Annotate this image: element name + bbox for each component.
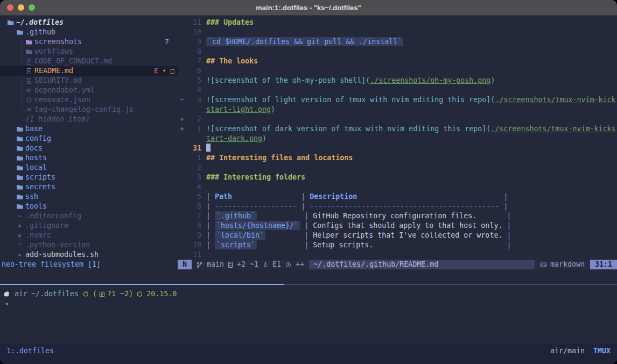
tree-item-nvmrc[interactable]: ◉ .nvmrc (0, 231, 178, 240)
editor-line[interactable]: 4 (178, 85, 617, 95)
inline-code: `cd $HOME/.dotfiles && git pull && ./ins… (206, 37, 403, 46)
table-row-line[interactable]: 10| `scripts` | Setup scripts. | (178, 240, 617, 250)
tmux-badge: TMUX (593, 346, 611, 356)
tree-item-tools[interactable]: tools (0, 202, 178, 211)
tree-item-gitignore[interactable]: ◆ .gitignore (0, 221, 178, 231)
tree-item-docs[interactable]: docs (0, 144, 178, 153)
git-status-group: ( ?1 ~2) (93, 289, 133, 299)
tree-item-config[interactable]: config (0, 134, 178, 144)
tmux-right: air/main TMUX (550, 346, 611, 356)
markdown-link: ./screenshots/tmux-nvim-kick (495, 96, 615, 104)
tree-item-readme-selected[interactable]: README.md E • □ (0, 66, 178, 76)
tree-item-screenshots[interactable]: screenshots ? (0, 37, 178, 47)
diamond-icon: ◆ (16, 221, 23, 231)
minimize-button[interactable] (18, 4, 24, 11)
tree-item-python-version[interactable]: * .python-version (0, 240, 178, 250)
editor-cursor-line[interactable]: 31 (178, 144, 617, 153)
tree-item-security[interactable]: SECURITY.md (0, 76, 178, 85)
mode-indicator: N (178, 260, 192, 269)
shell-prompt-line[interactable]: air ~/.dotfiles ( ?1 ~2) (4, 289, 177, 299)
tree-item-hosts[interactable]: hosts (0, 153, 178, 163)
tree-item-base[interactable]: base (0, 124, 178, 134)
diagnostic-errors: E1 (272, 260, 281, 269)
tree-item-secrets[interactable]: secrets (0, 182, 178, 192)
tree-item-ssh[interactable]: ssh (0, 192, 178, 202)
editor-line[interactable]: 3### Interesting folders (178, 173, 617, 182)
folder-icon (16, 156, 23, 161)
folder-icon (16, 175, 23, 180)
prompt-arrow[interactable]: → (4, 299, 9, 309)
diff-changed: ~1 (250, 260, 258, 269)
table-row-line[interactable]: 7| `.github` | GitHub Repository configu… (178, 211, 617, 221)
table-separator-line[interactable]: 6| ------------------- | ---------------… (178, 202, 617, 211)
editor-line[interactable]: ~3![screenshot of light version of tmux … (178, 95, 617, 105)
js-icon: JS (25, 105, 32, 115)
editor-line[interactable]: 8 (178, 47, 617, 56)
tree-item-tag-changelog[interactable]: JS tag-changelog-config.js (0, 105, 178, 115)
editor-line[interactable]: 5![screenshot of the oh-my-posh shell](.… (178, 76, 617, 85)
folder-open-icon (7, 20, 14, 25)
zoom-button[interactable] (29, 4, 35, 11)
hunk-indicator: ++ (296, 260, 304, 269)
node-icon: ◉ (16, 231, 23, 240)
active-pane-border (0, 284, 284, 285)
untracked-badge: ? (165, 37, 178, 47)
table-row-line[interactable]: 8| `hosts/{hostname}/` | Configs that sh… (178, 221, 617, 231)
editor-line[interactable]: 4 (178, 182, 617, 192)
table-header-line[interactable]: 5| Path | Description | (178, 192, 617, 202)
editor-line[interactable]: 1## Interesting files and locations (178, 153, 617, 163)
terminal-window: main:1:.dotfiles - "ks~/.dotfiles" ~/.do… (0, 0, 617, 364)
tree-item-add-submodules[interactable]: ▪ add-submodules.sh (0, 250, 178, 260)
tmux-window-name[interactable]: 1:.dotfiles (6, 346, 54, 356)
tree-item-dependabot[interactable]: dependabot.yml (0, 85, 178, 95)
editor-line[interactable]: 11### Updates (178, 18, 617, 27)
editor-line[interactable]: 10 (178, 27, 617, 37)
shell-cwd: ~/.dotfiles (31, 289, 79, 299)
git-counts: ?1 ~2) (107, 289, 133, 299)
git-fetch-icon (82, 291, 89, 297)
tree-item-workflows[interactable]: workflows (0, 47, 178, 56)
editor-line[interactable]: +2 (178, 115, 617, 124)
folder-icon (16, 204, 23, 209)
tree-item-github[interactable]: .github (0, 27, 178, 37)
file-icon (25, 59, 32, 65)
filetype-segment: markdown (535, 260, 590, 269)
statusline-left: main +2 ~1 E1 ++ (192, 260, 309, 269)
tmux-status-bar: 1:.dotfiles air/main TMUX (0, 344, 617, 364)
tree-item-renovate[interactable]: {} renovate.json (0, 95, 178, 105)
git-branch-icon (197, 261, 202, 268)
error-mark: E (154, 66, 158, 76)
tree-item-editorconfig[interactable]: ▸ .editorconfig (0, 211, 178, 221)
editor-line[interactable]: 7## The looks (178, 56, 617, 66)
script-icon: ▪ (16, 250, 23, 260)
folder-icon (16, 195, 23, 199)
editor-wrap-line[interactable]: start-light.png) (178, 105, 617, 115)
apple-icon (4, 290, 11, 298)
tmux-pane-border[interactable] (0, 284, 617, 285)
pencil-icon (99, 291, 105, 297)
table-row-line[interactable]: 9| `local/bin` | Helper scripts that I'v… (178, 231, 617, 240)
titlebar[interactable]: main:1:.dotfiles - "ks~/.dotfiles" (0, 0, 617, 16)
tree-hidden-count[interactable]: (1 hidden item) (0, 115, 178, 124)
cursor-block (206, 144, 211, 152)
editor-line[interactable]: +1![screenshot of dark version of tmux w… (178, 124, 617, 134)
current-line-number: 31 (187, 144, 201, 153)
editor-line[interactable]: 9`cd $HOME/.dotfiles && git pull && ./in… (178, 37, 617, 47)
editor-line[interactable]: 11 (178, 250, 617, 260)
file-path-segment[interactable]: ~/.dotfiles/.github/README.md (309, 260, 535, 269)
neotree-status: neo-tree filesystem [1] (2, 260, 101, 269)
tree-item-dotfiles-root[interactable]: ~/.dotfiles (0, 18, 178, 27)
editor-line[interactable]: 6 (178, 66, 617, 76)
file-icon (25, 78, 32, 84)
tree-item-scripts[interactable]: scripts (0, 173, 178, 182)
modified-dot-mark: • (163, 66, 166, 76)
close-button[interactable] (7, 4, 13, 11)
folder-icon (16, 166, 23, 170)
editor-wrap-line[interactable]: tart-dark.png) (178, 134, 617, 144)
folder-icon (16, 185, 23, 190)
node-version: 20.15.0 (146, 289, 177, 299)
editor-line[interactable]: 2 (178, 163, 617, 173)
terminal-content: ~/.dotfiles .github screenshots ? workfl… (0, 15, 617, 364)
tree-item-code-of-conduct[interactable]: CODE_OF_CONDUCT.md (0, 56, 178, 66)
tree-item-local[interactable]: local (0, 163, 178, 173)
